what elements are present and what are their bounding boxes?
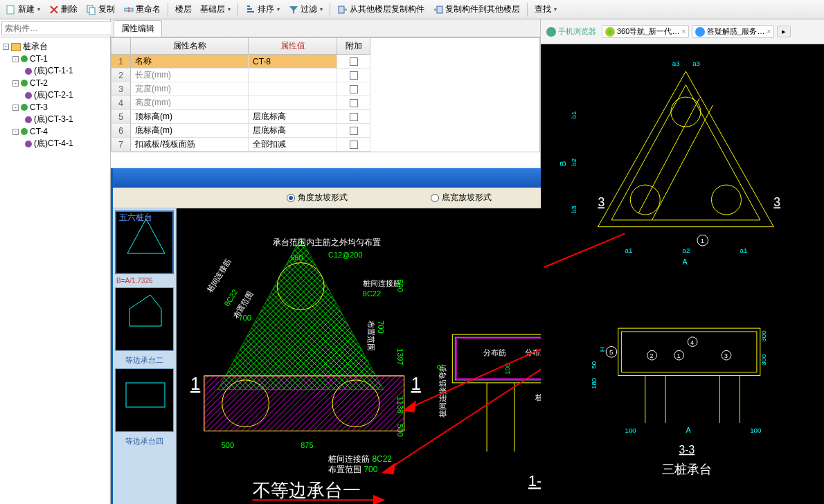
svg-text:桩间连接筋弯折: 桩间连接筋弯折 xyxy=(438,364,447,418)
property-extra[interactable] xyxy=(337,96,370,110)
property-name: 宽度(mm) xyxy=(131,82,249,96)
sub-component-icon xyxy=(25,68,32,75)
checkbox-icon xyxy=(350,85,358,93)
property-row[interactable]: 4高度(mm) xyxy=(111,96,539,110)
property-row[interactable]: 2长度(mm) xyxy=(111,69,539,82)
tree-item[interactable]: (底)CT-1-1 xyxy=(1,64,109,78)
property-extra[interactable] xyxy=(337,110,370,124)
svg-rect-5 xyxy=(437,6,442,13)
property-name: 扣减板/筏板面筋 xyxy=(131,138,249,152)
copy-from-other-button[interactable]: 从其他楼层复制构件 xyxy=(334,2,427,17)
svg-rect-9 xyxy=(126,383,165,407)
radio-angle-slope[interactable]: 角度放坡形式 xyxy=(287,192,348,204)
svg-marker-63 xyxy=(374,496,384,504)
tree-item[interactable]: -CT-3 xyxy=(1,102,109,113)
row-number: 4 xyxy=(111,96,131,110)
svg-text:180: 180 xyxy=(590,377,598,389)
property-value[interactable]: 层底标高 xyxy=(249,110,337,124)
sort-icon xyxy=(245,4,256,15)
svg-text:1397: 1397 xyxy=(396,348,404,365)
sort-button[interactable]: 排序▾ xyxy=(242,2,283,17)
svg-text:b1: b1 xyxy=(570,111,577,119)
svg-marker-65 xyxy=(611,85,760,220)
right-pane: 手机浏览器 360导航_新一代…× 答疑解惑_服务…× ▸ xyxy=(540,19,824,504)
property-value[interactable]: CT-8 xyxy=(249,55,337,69)
property-extra[interactable] xyxy=(337,82,370,96)
property-row[interactable]: 1名称CT-8 xyxy=(111,55,539,69)
tree-item[interactable]: -CT-4 xyxy=(1,126,109,137)
property-row[interactable]: 3宽度(mm) xyxy=(111,82,539,96)
filter-button[interactable]: 过滤▾ xyxy=(285,2,325,17)
svg-text:布置范围: 布置范围 xyxy=(367,321,375,351)
property-value[interactable]: 全部扣减 xyxy=(249,138,337,152)
new-button[interactable]: 新建▾ xyxy=(3,2,43,17)
property-row[interactable]: 6底标高(m)层底标高 xyxy=(111,124,539,138)
svg-text:a2: a2 xyxy=(683,246,690,254)
svg-text:b2: b2 xyxy=(570,159,577,166)
collapse-icon[interactable]: - xyxy=(3,44,9,50)
svg-text:100: 100 xyxy=(625,426,637,434)
svg-point-67 xyxy=(630,185,660,215)
property-value[interactable] xyxy=(249,82,337,96)
property-extra[interactable] xyxy=(337,138,370,152)
property-extra[interactable] xyxy=(337,55,370,69)
copy-to-other-button[interactable]: 复制构件到其他楼层 xyxy=(430,2,523,17)
property-extra[interactable] xyxy=(337,124,370,138)
thumbnail-column: 五六桩台 B=A/1.7326 等边承台二 等边承台四 xyxy=(113,208,177,504)
rename-button[interactable]: 重命名 xyxy=(120,2,163,17)
tree-root[interactable]: - 桩承台 xyxy=(1,40,109,53)
tree-item[interactable]: (底)CT-2-1 xyxy=(1,89,109,102)
dropdown-icon: ▾ xyxy=(37,6,40,12)
browser-tab[interactable]: 360导航_新一代…× xyxy=(602,25,689,38)
formula-label: B=A/1.7326 xyxy=(116,277,172,285)
col-header-name: 属性名称 xyxy=(131,38,249,55)
svg-text:8C22: 8C22 xyxy=(222,288,239,308)
cad-canvas[interactable]: 3 3 1 a3 a3 b1 b2 b3 B a1 a2 a1 A xyxy=(541,44,824,504)
row-number: 5 xyxy=(111,110,131,124)
tree-item[interactable]: (底)CT-3-1 xyxy=(1,113,109,126)
property-row[interactable]: 5顶标高(m)层底标高 xyxy=(111,110,539,124)
svg-text:1: 1 xyxy=(677,352,681,359)
search-input[interactable] xyxy=(1,21,112,35)
radio-bottom-width-slope[interactable]: 底宽放坡形式 xyxy=(431,192,492,204)
component-icon xyxy=(21,55,28,62)
svg-text:4: 4 xyxy=(690,339,694,346)
svg-text:3: 3 xyxy=(724,352,728,359)
layer-select[interactable]: 基础层▾ xyxy=(197,2,233,17)
property-value[interactable]: 层底标高 xyxy=(249,124,337,138)
svg-text:700: 700 xyxy=(239,314,251,322)
close-icon[interactable]: × xyxy=(681,28,686,35)
copy-button[interactable]: 复制 xyxy=(83,2,118,17)
property-row[interactable]: 7扣减板/筏板面筋全部扣减 xyxy=(111,138,539,152)
svg-rect-12 xyxy=(204,376,404,431)
tree-item[interactable]: -CT-1 xyxy=(1,53,109,64)
thumbnail[interactable]: 五六桩台 xyxy=(115,210,174,274)
svg-text:布置范围 700: 布置范围 700 xyxy=(328,465,378,474)
tab-property-edit[interactable]: 属性编辑 xyxy=(114,20,162,37)
property-extra[interactable] xyxy=(337,69,370,82)
svg-text:1138: 1138 xyxy=(396,397,404,413)
browser-tab[interactable]: 手机浏览器 xyxy=(544,26,599,37)
tree-item[interactable]: (底)CT-4-1 xyxy=(1,137,109,150)
property-name: 长度(mm) xyxy=(131,69,249,82)
property-name: 顶标高(m) xyxy=(131,110,249,124)
delete-button[interactable]: 删除 xyxy=(46,2,80,17)
svg-marker-64 xyxy=(598,71,773,227)
svg-text:A: A xyxy=(683,258,688,266)
thumbnail[interactable] xyxy=(115,287,174,351)
property-value[interactable] xyxy=(249,96,337,110)
close-icon[interactable]: × xyxy=(767,28,771,35)
new-tab-button[interactable]: ▸ xyxy=(777,26,791,37)
svg-text:三桩承台: 三桩承台 xyxy=(662,462,712,476)
thumbnail[interactable] xyxy=(115,368,174,432)
browser-tab[interactable]: 答疑解惑_服务…× xyxy=(692,25,774,38)
property-grid: 属性名称 属性值 附加 1名称CT-82长度(mm)3宽度(mm)4高度(mm)… xyxy=(111,37,540,152)
svg-text:100: 100 xyxy=(750,426,762,434)
export-icon xyxy=(433,4,444,15)
tree-item[interactable]: -CT-2 xyxy=(1,78,109,89)
find-button[interactable]: 查找▾ xyxy=(532,2,559,17)
property-value[interactable] xyxy=(249,69,337,82)
svg-text:0: 0 xyxy=(435,365,442,369)
svg-text:8C22: 8C22 xyxy=(363,289,381,298)
svg-marker-59 xyxy=(404,402,415,412)
